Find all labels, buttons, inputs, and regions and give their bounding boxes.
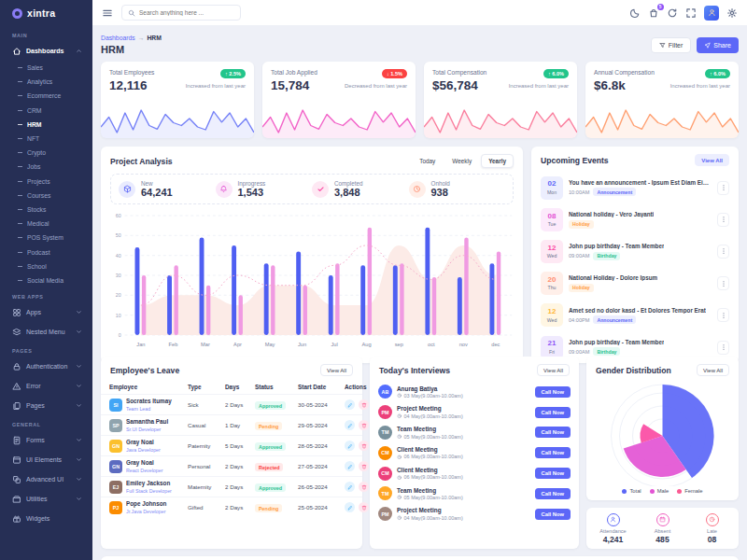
range-button[interactable]: Yearly xyxy=(481,154,514,168)
event-menu-button[interactable] xyxy=(717,308,729,322)
sidebar-item-jobs[interactable]: Jobs xyxy=(0,160,92,174)
sidebar-item-social-media[interactable]: Social Media xyxy=(0,273,92,287)
event-title: John pup birthday - Team Member xyxy=(569,243,664,249)
event-menu-button[interactable] xyxy=(717,341,729,355)
edit-button[interactable] xyxy=(345,441,355,451)
event-menu-button[interactable] xyxy=(717,276,729,290)
delete-button[interactable] xyxy=(359,502,369,512)
call-now-button[interactable]: Call Now xyxy=(535,386,571,398)
hamburger-icon[interactable] xyxy=(102,7,113,19)
sidebar-item-nested-menu[interactable]: Nested Menu xyxy=(0,322,92,342)
table-row[interactable]: SP Samantha Paul Sr.UI Developer Casual … xyxy=(101,414,362,435)
user-avatar[interactable] xyxy=(704,6,719,21)
sidebar-item-authentication[interactable]: Authentication xyxy=(0,357,92,376)
status-badge: Approved xyxy=(255,401,286,410)
sidebar-item-medical[interactable]: Medical xyxy=(0,217,92,231)
search-input[interactable] xyxy=(139,9,234,16)
filter-icon xyxy=(659,42,666,49)
edit-button[interactable] xyxy=(345,399,355,410)
delete-button[interactable] xyxy=(359,482,369,492)
delete-button[interactable] xyxy=(359,461,369,471)
event-menu-button[interactable] xyxy=(717,181,729,195)
filter-button[interactable]: Filter xyxy=(651,37,692,53)
sidebar-item-courses[interactable]: Courses xyxy=(0,189,92,203)
avatar: TM xyxy=(378,426,392,440)
dash-icon xyxy=(18,223,22,224)
sidebar-item-apps[interactable]: Apps xyxy=(0,302,92,322)
event-menu-button[interactable] xyxy=(717,213,729,227)
dark-mode-icon[interactable] xyxy=(629,7,641,19)
table-row[interactable]: PJ Pope Johnson Jr.Java Developer Gifted… xyxy=(101,497,362,517)
call-now-button[interactable]: Call Now xyxy=(535,509,571,520)
nested-menu-icon xyxy=(12,328,21,337)
settings-icon[interactable] xyxy=(726,7,738,19)
event-row[interactable]: 20 Thu National Holiday - Dolore Ipsum H… xyxy=(531,268,739,300)
sidebar-item-widgets[interactable]: Widgets xyxy=(0,509,92,528)
chevron-down-icon xyxy=(76,496,82,502)
sidebar-item-school[interactable]: School xyxy=(0,259,92,273)
translate-icon[interactable] xyxy=(611,7,622,19)
range-button[interactable]: Today xyxy=(412,154,443,168)
trend-badge: ↓ 1.5% xyxy=(382,69,407,78)
edit-button[interactable] xyxy=(345,420,355,430)
event-row[interactable]: 02 Mon You have an announcement - Ipsum … xyxy=(531,172,739,203)
sidebar-item-ecommerce[interactable]: Ecommerce xyxy=(0,89,92,103)
analysis-stat: Onhold 938 xyxy=(409,180,506,198)
sidebar-item-hrm[interactable]: HRM xyxy=(0,118,92,132)
call-now-button[interactable]: Call Now xyxy=(535,447,571,458)
search-box[interactable] xyxy=(121,5,241,21)
attendance-stat-value: 08 xyxy=(708,535,717,544)
breadcrumb-dashboards[interactable]: Dashboards xyxy=(101,35,135,41)
event-row[interactable]: 08 Tue National holiday - Vero Jayanti H… xyxy=(531,203,739,235)
event-row[interactable]: 12 Wed Amet sed no dolor kasd - Et Dolor… xyxy=(531,300,739,331)
call-now-button[interactable]: Call Now xyxy=(535,427,571,438)
leave-days: 1 Day xyxy=(225,422,255,428)
view-all-button[interactable]: View All xyxy=(695,154,729,166)
sidebar-item-crm[interactable]: CRM xyxy=(0,104,92,118)
event-row[interactable]: 12 Wed John pup birthday - Team Member 0… xyxy=(531,235,739,267)
sidebar-item-stocks[interactable]: Stocks xyxy=(0,203,92,217)
edit-button[interactable] xyxy=(345,461,355,471)
sidebar-item-analytics[interactable]: Analytics xyxy=(0,75,92,89)
event-menu-button[interactable] xyxy=(717,245,729,259)
table-row[interactable]: SI Socrates Itumay Team Lead Sick 2 Days… xyxy=(101,394,362,414)
sidebar-item-projects[interactable]: Projects xyxy=(0,175,92,189)
sidebar-item-dashboards[interactable]: Dashboards xyxy=(0,41,92,61)
delete-button[interactable] xyxy=(359,399,369,410)
sidebar-item-pos-system[interactable]: POS System xyxy=(0,231,92,245)
share-button[interactable]: Share xyxy=(697,37,739,53)
sparkline-chart xyxy=(585,106,739,138)
sidebar-item-forms[interactable]: Forms xyxy=(0,430,92,450)
leave-days: 2 Days xyxy=(225,483,255,490)
sidebar-item-ui-elements[interactable]: UI Elements xyxy=(0,450,92,469)
app-logo[interactable]: xintra xyxy=(0,0,92,26)
lock-icon xyxy=(12,362,21,371)
fullscreen-icon[interactable] xyxy=(685,7,697,19)
edit-button[interactable] xyxy=(345,502,355,512)
table-row[interactable]: GN Gray Noal React Developer Personal 2 … xyxy=(101,455,362,476)
delete-button[interactable] xyxy=(359,441,369,451)
view-all-button[interactable]: View All xyxy=(320,364,353,376)
table-row[interactable]: EJ Emiley Jackson Full Stack Developer M… xyxy=(101,476,362,497)
refresh-icon[interactable] xyxy=(667,7,678,19)
call-now-button[interactable]: Call Now xyxy=(535,407,571,418)
sidebar-item-sales[interactable]: Sales xyxy=(0,61,92,75)
range-button[interactable]: Weekly xyxy=(444,154,479,168)
call-now-button[interactable]: Call Now xyxy=(535,488,571,499)
dash-icon xyxy=(18,166,22,167)
edit-button[interactable] xyxy=(345,482,355,492)
view-all-button[interactable]: View All xyxy=(537,364,570,376)
cart-button[interactable]: 5 xyxy=(648,7,659,19)
view-all-button[interactable]: View All xyxy=(697,364,729,376)
table-row[interactable]: GN Gray Noal Java Developer Paternity 5 … xyxy=(101,435,362,455)
call-now-button[interactable]: Call Now xyxy=(535,468,571,479)
sidebar-item-crypto[interactable]: Crypto xyxy=(0,146,92,160)
sidebar-item-advanced-ui[interactable]: Advanced UI xyxy=(0,469,92,489)
avatar: CM xyxy=(378,446,392,460)
sidebar-item-error[interactable]: Error xyxy=(0,376,92,396)
sidebar-item-pages[interactable]: Pages xyxy=(0,396,92,415)
delete-button[interactable] xyxy=(359,420,369,430)
sidebar-item-utilities[interactable]: Utilities xyxy=(0,489,92,509)
sidebar-item-podcast[interactable]: Podcast xyxy=(0,245,92,259)
sidebar-item-nft[interactable]: NFT xyxy=(0,132,92,146)
